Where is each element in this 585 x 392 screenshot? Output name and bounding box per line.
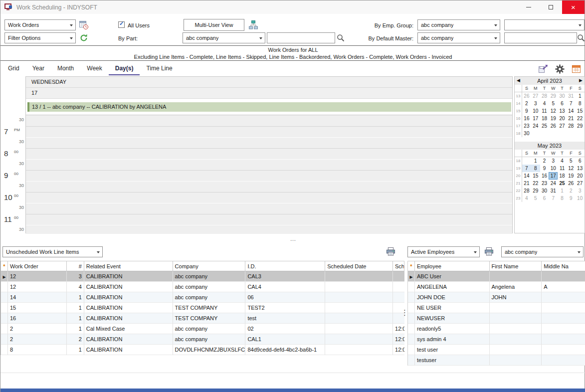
calendar-day[interactable]: 2 bbox=[567, 187, 576, 195]
calendar-day[interactable]: 7 bbox=[522, 165, 531, 172]
calendar-day[interactable]: 4 bbox=[558, 157, 567, 165]
time-slot[interactable] bbox=[26, 126, 512, 137]
calendar-day[interactable]: 5 bbox=[531, 195, 540, 202]
table-row[interactable]: sys admin 4 bbox=[408, 334, 585, 345]
calendar-day[interactable]: 26 bbox=[567, 180, 576, 187]
table-row[interactable]: ANGELENAAngelenaA bbox=[408, 282, 585, 292]
schedule-type-dropdown[interactable]: Work Orders bbox=[4, 19, 76, 30]
column-header[interactable]: Work Order bbox=[8, 261, 67, 271]
time-slot[interactable] bbox=[26, 170, 512, 181]
calendar-day[interactable]: 18 bbox=[540, 115, 549, 122]
multi-user-layout-button[interactable] bbox=[248, 19, 259, 30]
calendar-day[interactable]: 31 bbox=[549, 187, 558, 195]
calendar-day[interactable]: 28 bbox=[567, 122, 576, 130]
calendar-day[interactable]: 29 bbox=[549, 92, 558, 100]
column-header[interactable]: Employee bbox=[415, 261, 490, 271]
tab-month[interactable]: Month bbox=[51, 62, 80, 75]
column-header[interactable]: Related Event bbox=[84, 261, 173, 271]
by-emp-group-dropdown[interactable]: abc company bbox=[417, 19, 500, 30]
tab-day-s-[interactable]: Day(s) bbox=[109, 62, 140, 75]
calendar-day[interactable]: 16 bbox=[522, 115, 531, 122]
table-row[interactable]: 161CALIBRATIONTEST COMPANYtest bbox=[1, 313, 404, 324]
scheduler-settings-button[interactable] bbox=[554, 63, 565, 74]
calendar-day[interactable]: 11 bbox=[558, 165, 567, 172]
calendar-day[interactable]: 14 bbox=[522, 172, 531, 180]
by-default-master-search-input[interactable] bbox=[504, 32, 577, 43]
calendar-day[interactable]: 21 bbox=[567, 115, 576, 122]
column-header[interactable]: Middle Na bbox=[542, 261, 585, 271]
calendar-day[interactable]: 30 bbox=[522, 130, 531, 137]
calendar-day[interactable]: 4 bbox=[540, 100, 549, 107]
calendar-day[interactable]: 8 bbox=[576, 100, 585, 107]
time-slot[interactable] bbox=[26, 137, 512, 148]
calendar-day[interactable]: 9 bbox=[522, 107, 531, 115]
time-slot[interactable] bbox=[26, 181, 512, 192]
calendar-day[interactable]: 20 bbox=[576, 172, 585, 180]
calendar-day[interactable]: 7 bbox=[567, 100, 576, 107]
calendar-day[interactable]: 1 bbox=[558, 187, 567, 195]
column-header[interactable]: Schec bbox=[393, 261, 404, 271]
time-slot[interactable] bbox=[26, 192, 512, 203]
calendar-day[interactable]: 6 bbox=[576, 157, 585, 165]
by-emp-group-filter-dropdown[interactable] bbox=[504, 19, 585, 30]
calendar-day[interactable]: 29 bbox=[576, 122, 585, 130]
calendar-day[interactable]: 11 bbox=[540, 107, 549, 115]
calendar-day[interactable]: 24 bbox=[531, 122, 540, 130]
calendar-day[interactable]: 18 bbox=[558, 172, 567, 180]
all-users-checkbox[interactable]: ✓ bbox=[118, 21, 125, 28]
calendar-day[interactable]: 12 bbox=[549, 107, 558, 115]
time-slot[interactable] bbox=[26, 225, 512, 234]
calendar-day[interactable]: 8 bbox=[531, 165, 540, 172]
minimize-button[interactable] bbox=[517, 0, 540, 14]
filter-options-dropdown[interactable]: Filter Options bbox=[4, 32, 76, 43]
table-row[interactable]: JOHN DOEJOHN bbox=[408, 292, 585, 303]
calendar-day[interactable]: 30 bbox=[540, 187, 549, 195]
calendar-day[interactable]: 31 bbox=[567, 92, 576, 100]
tab-week[interactable]: Week bbox=[80, 62, 108, 75]
time-slot[interactable] bbox=[26, 115, 512, 126]
table-row[interactable]: 141CALIBRATIONabc company06 bbox=[1, 292, 404, 303]
column-header[interactable]: # bbox=[67, 261, 84, 271]
calendar-day[interactable]: 13 bbox=[558, 107, 567, 115]
calendar-day[interactable]: 23 bbox=[540, 180, 549, 187]
column-header[interactable]: First Name bbox=[490, 261, 542, 271]
column-header[interactable]: Company bbox=[173, 261, 246, 271]
goto-date-button[interactable] bbox=[571, 63, 582, 74]
table-row[interactable]: 21Cal Mixed Caseabc company0212:00:0 bbox=[1, 324, 404, 334]
calendar-day[interactable]: 26 bbox=[549, 122, 558, 130]
calendar-day[interactable]: 15 bbox=[531, 172, 540, 180]
column-header[interactable]: Scheduled Date bbox=[325, 261, 393, 271]
employees-filter-dropdown[interactable]: Active Employees bbox=[407, 246, 480, 257]
calendar-day[interactable]: 28 bbox=[540, 92, 549, 100]
schedule-options-button[interactable] bbox=[78, 19, 89, 30]
by-default-master-search-button[interactable] bbox=[577, 33, 585, 42]
calendar-day[interactable]: 13 bbox=[576, 165, 585, 172]
calendar-day[interactable]: 14 bbox=[567, 107, 576, 115]
calendar-day[interactable]: 9 bbox=[567, 195, 576, 202]
calendar-day[interactable]: 26 bbox=[522, 92, 531, 100]
tab-time-line[interactable]: Time Line bbox=[140, 62, 179, 75]
calendar-day[interactable]: 7 bbox=[549, 195, 558, 202]
prev-month-icon[interactable]: ◀ bbox=[517, 78, 520, 83]
calendar-day[interactable]: 3 bbox=[576, 187, 585, 195]
calendar-day[interactable]: 22 bbox=[531, 180, 540, 187]
by-default-master-dropdown[interactable]: abc company bbox=[417, 32, 500, 43]
employees-company-dropdown[interactable]: abc company bbox=[501, 246, 584, 257]
calendar-day[interactable]: 10 bbox=[531, 107, 540, 115]
calendar-day[interactable]: 24 bbox=[549, 180, 558, 187]
horizontal-splitter[interactable]: … bbox=[0, 234, 585, 245]
table-row[interactable]: testuser bbox=[408, 355, 585, 366]
print-work-items-button[interactable] bbox=[385, 246, 396, 257]
day-name-header[interactable]: WEDNESDAY bbox=[26, 77, 512, 88]
time-slot[interactable] bbox=[26, 159, 512, 170]
tab-year[interactable]: Year bbox=[26, 62, 51, 75]
by-part-search-input[interactable] bbox=[267, 32, 335, 43]
calendar-day[interactable]: 23 bbox=[522, 122, 531, 130]
calendar-day[interactable]: 2 bbox=[540, 157, 549, 165]
calendar-day[interactable]: 30 bbox=[558, 92, 567, 100]
table-row[interactable]: NEWUSER bbox=[408, 313, 585, 324]
table-row[interactable]: ▶123CALIBRATIONabc companyCAL3 bbox=[1, 271, 404, 282]
multi-user-view-button[interactable]: Multi-User View bbox=[184, 19, 244, 31]
calendar-day[interactable]: 5 bbox=[549, 100, 558, 107]
table-row[interactable]: 151CALIBRATIONTEST COMPANYTEST2 bbox=[1, 303, 404, 313]
